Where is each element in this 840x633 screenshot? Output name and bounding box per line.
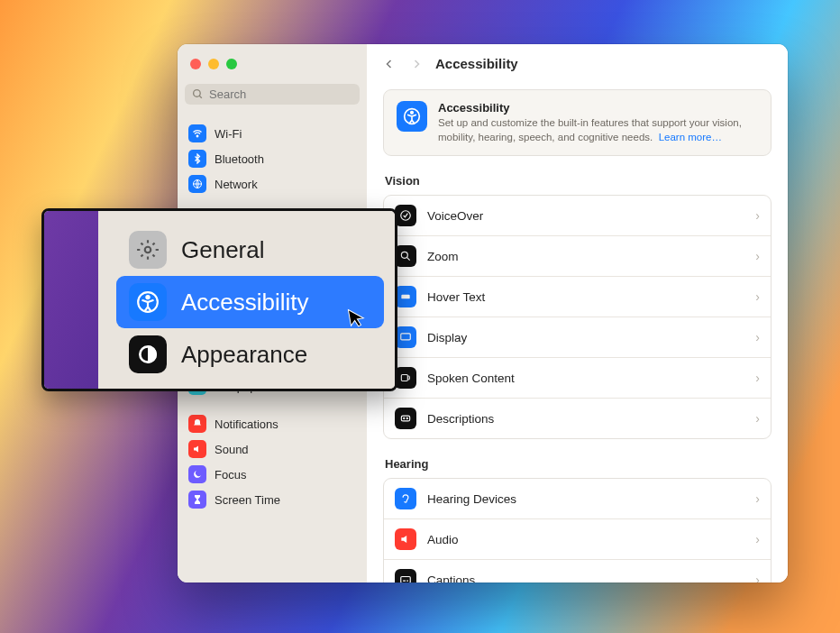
bluetooth-icon [188, 150, 206, 168]
svg-point-11 [411, 112, 414, 115]
chevron-right-icon: › [755, 491, 760, 506]
zoomed-item-label: General [181, 236, 265, 264]
sidebar-item-label: Screen Time [215, 493, 280, 507]
page-title: Accessibility [435, 56, 518, 71]
row-label: Display [427, 331, 744, 344]
globe-icon [188, 175, 206, 193]
sidebar-item-focus[interactable]: Focus [183, 462, 361, 487]
ear-icon [395, 488, 416, 509]
hovertext-icon [395, 286, 416, 307]
row-audio[interactable]: Audio› [384, 518, 771, 559]
chevron-right-icon: › [755, 573, 760, 583]
search-field[interactable] [185, 84, 360, 105]
zoomed-sidebar-item-general[interactable]: General [116, 224, 384, 276]
sidebar-item-label: Bluetooth [215, 152, 264, 166]
row-label: Audio [427, 533, 744, 546]
descriptions-icon [395, 408, 416, 429]
close-window-button[interactable] [190, 59, 201, 69]
bell-icon [188, 415, 206, 433]
sidebar-item-network[interactable]: Network [183, 171, 361, 197]
vision-list: VoiceOver› Zoom› Hover Text› Display› Sp… [383, 195, 772, 439]
svg-rect-21 [401, 577, 411, 583]
mouse-cursor [347, 307, 367, 329]
row-zoom[interactable]: Zoom› [384, 235, 771, 276]
learn-more-link[interactable]: Learn more… [659, 132, 722, 142]
sidebar-item-wifi[interactable]: Wi-Fi [183, 121, 361, 146]
section-header-vision: Vision [385, 174, 770, 188]
window-controls [178, 44, 367, 84]
row-label: VoiceOver [427, 209, 744, 223]
chevron-right-icon: › [755, 371, 760, 385]
zoom-icon [395, 245, 416, 267]
svg-rect-15 [401, 295, 409, 299]
sidebar-item-sound[interactable]: Sound [183, 436, 361, 462]
sidebar-item-label: Wi-Fi [215, 127, 242, 141]
row-hovertext[interactable]: Hover Text› [384, 276, 771, 316]
chevron-right-icon: › [755, 249, 760, 263]
row-display[interactable]: Display› [384, 316, 771, 357]
sidebar-item-screentime[interactable]: Screen Time [183, 487, 361, 512]
hero-title: Accessibility [438, 101, 758, 115]
accessibility-icon [129, 283, 167, 321]
appearance-icon [129, 335, 167, 373]
svg-line-1 [199, 96, 202, 98]
wifi-icon [188, 124, 206, 142]
accessibility-icon [397, 101, 427, 132]
search-input[interactable] [209, 87, 352, 101]
row-label: Captions [427, 573, 744, 583]
speaker-icon [395, 528, 416, 550]
display-icon [395, 326, 416, 348]
speaker-icon [188, 440, 206, 458]
chevron-right-icon: › [755, 208, 760, 223]
svg-rect-18 [401, 416, 409, 421]
sidebar-item-label: Notifications [215, 417, 278, 431]
captions-icon [395, 569, 416, 583]
zoomed-item-label: Appearance [181, 341, 307, 369]
sidebar-item-label: Sound [215, 443, 249, 456]
spoken-icon [395, 367, 416, 389]
row-label: Hover Text [427, 290, 744, 304]
section-header-hearing: Hearing [385, 457, 770, 471]
svg-rect-17 [401, 375, 407, 381]
svg-rect-16 [401, 334, 411, 340]
minimize-window-button[interactable] [208, 59, 219, 69]
svg-point-24 [145, 247, 151, 253]
search-icon [192, 88, 204, 100]
row-hearing-devices[interactable]: Hearing Devices› [384, 479, 771, 518]
row-label: Descriptions [427, 412, 744, 426]
sidebar-item-label: Focus [215, 468, 246, 482]
svg-point-0 [194, 90, 201, 97]
chevron-right-icon: › [755, 411, 760, 426]
svg-point-2 [196, 135, 198, 137]
zoomed-sidebar-item-accessibility[interactable]: Accessibility [116, 276, 384, 328]
zoomed-item-label: Accessibility [181, 289, 309, 316]
svg-point-26 [146, 296, 149, 298]
hearing-list: Hearing Devices› Audio› Captions› [383, 478, 772, 583]
row-spoken[interactable]: Spoken Content› [384, 357, 771, 398]
back-button[interactable] [381, 56, 397, 72]
svg-point-19 [404, 417, 405, 418]
gear-icon [129, 231, 167, 269]
row-voiceover[interactable]: VoiceOver› [384, 196, 771, 235]
zoom-window-button[interactable] [226, 59, 237, 69]
svg-line-14 [406, 257, 410, 261]
row-label: Zoom [427, 250, 744, 263]
row-captions[interactable]: Captions› [384, 559, 771, 583]
zoomed-sidebar-item-appearance[interactable]: Appearance [116, 328, 384, 381]
toolbar: Accessibility [367, 44, 788, 84]
row-label: Spoken Content [427, 372, 744, 385]
forward-button[interactable] [408, 56, 425, 72]
magnified-callout: General Accessibility Appearance [41, 208, 397, 391]
callout-wallpaper-sliver [44, 211, 98, 389]
sidebar-item-label: Network [215, 178, 258, 191]
row-descriptions[interactable]: Descriptions› [384, 398, 771, 438]
sidebar-item-bluetooth[interactable]: Bluetooth [183, 146, 361, 171]
chevron-right-icon: › [755, 289, 760, 304]
voiceover-icon [395, 205, 416, 226]
hourglass-icon [188, 491, 206, 509]
chevron-right-icon: › [755, 532, 760, 546]
chevron-right-icon: › [755, 330, 760, 344]
main-panel: Accessibility Accessibility Set up and c… [367, 44, 788, 583]
hero-card: Accessibility Set up and customize the b… [383, 89, 772, 156]
sidebar-item-notifications[interactable]: Notifications [183, 411, 361, 436]
